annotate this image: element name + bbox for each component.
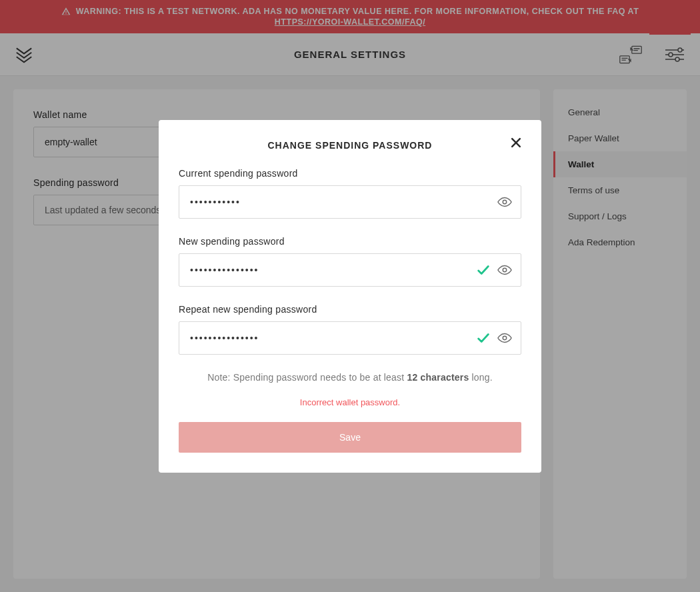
note-text: Note: Spending password needs to be at l… (179, 372, 521, 383)
repeat-password-label: Repeat new spending password (179, 304, 521, 315)
close-icon (509, 136, 523, 149)
check-icon (476, 263, 491, 277)
new-password-label: New spending password (179, 236, 521, 247)
eye-icon[interactable] (497, 263, 512, 277)
repeat-password-input[interactable] (179, 321, 521, 355)
modal-title: CHANGE SPENDING PASSWORD (179, 140, 521, 151)
error-text: Incorrect wallet password. (179, 397, 521, 407)
modal-overlay[interactable]: CHANGE SPENDING PASSWORD Current spendin… (0, 0, 700, 592)
svg-point-11 (503, 268, 507, 272)
eye-icon[interactable] (497, 195, 512, 209)
save-button[interactable]: Save (179, 422, 521, 453)
svg-point-12 (503, 336, 507, 340)
current-password-input[interactable] (179, 185, 521, 219)
close-button[interactable] (508, 135, 524, 151)
eye-icon[interactable] (497, 331, 512, 345)
current-password-label: Current spending password (179, 168, 521, 179)
new-password-input[interactable] (179, 253, 521, 287)
svg-point-10 (503, 200, 507, 204)
change-password-modal: CHANGE SPENDING PASSWORD Current spendin… (159, 120, 541, 473)
check-icon (476, 331, 491, 345)
